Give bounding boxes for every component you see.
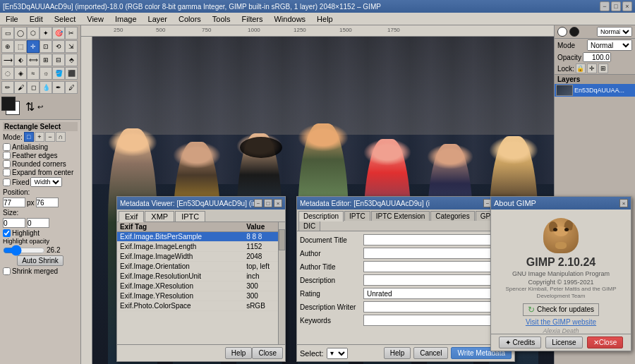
maximize-button[interactable]: □	[611, 1, 621, 11]
size-h-input[interactable]	[27, 218, 49, 228]
about-gimp-title-bar[interactable]: About GIMP ×	[491, 197, 631, 210]
shrink-merged-checkbox[interactable]	[3, 267, 11, 275]
swap-colors-icon[interactable]: ⇅	[25, 100, 35, 114]
menu-tools[interactable]: Tools	[210, 14, 234, 24]
lock-all-btn[interactable]: ⊞	[598, 63, 608, 73]
menu-image[interactable]: Image	[112, 14, 140, 24]
expand-center-checkbox[interactable]	[3, 169, 11, 176]
tool-align[interactable]: ⬚	[14, 40, 27, 53]
tool-blend[interactable]: ⬛	[65, 67, 78, 80]
menu-view[interactable]: View	[84, 14, 107, 24]
tool-heal[interactable]: ⊟	[52, 54, 65, 66]
table-row[interactable]: Exif.Image.ResolutionUnit inch	[117, 272, 285, 281]
tool-ink[interactable]: ✒	[52, 81, 65, 94]
editor-tab-categories[interactable]: Categories	[430, 211, 474, 221]
desc-writer-input[interactable]	[363, 301, 512, 313]
about-close-button[interactable]: ✕Close	[587, 336, 624, 348]
tool-move[interactable]: ✛	[27, 40, 40, 53]
mode-replace[interactable]: □	[24, 132, 34, 142]
tool-scale[interactable]: ⇲	[65, 40, 78, 53]
menu-file[interactable]: File	[3, 14, 21, 24]
editor-cancel-button[interactable]: Cancel	[413, 347, 448, 359]
credits-button[interactable]: ✦ Credits	[499, 336, 541, 348]
tool-sharpen[interactable]: ◈	[14, 67, 27, 80]
tool-shear[interactable]: ⟶	[1, 54, 14, 66]
tool-perspective[interactable]: ⬖	[14, 54, 27, 66]
highlight-checkbox[interactable]	[3, 229, 11, 237]
menu-windows[interactable]: Windows	[271, 14, 308, 24]
brush-preset-select[interactable]: Normal	[597, 27, 632, 37]
tool-crop[interactable]: ⊡	[40, 40, 52, 53]
tool-scissors[interactable]: ✂	[65, 27, 78, 40]
feather-edges-checkbox[interactable]	[3, 152, 11, 159]
doc-title-input[interactable]	[363, 234, 512, 245]
tool-my-paint[interactable]: 🖊	[65, 81, 78, 94]
tool-select-by-color[interactable]: 🎯	[52, 27, 65, 40]
table-row[interactable]: Exif.Image.ImageLength 1152	[117, 242, 285, 252]
tool-bucket[interactable]: 🪣	[52, 67, 65, 80]
tool-smudge[interactable]: ≈	[27, 67, 40, 80]
layer-item[interactable]: En53DqAUUAA...	[555, 84, 635, 97]
tool-clone[interactable]: ⊞	[40, 54, 52, 66]
lock-alpha-btn[interactable]: 🔒	[576, 63, 586, 73]
tool-fg-select[interactable]: ⊕	[1, 40, 14, 53]
antialiasing-checkbox[interactable]	[3, 143, 11, 151]
position-y-input[interactable]	[36, 198, 59, 207]
auto-shrink-button[interactable]: Auto Shrink	[17, 255, 64, 266]
fixed-select[interactable]: Width	[30, 177, 62, 187]
minimize-button[interactable]: −	[600, 1, 610, 11]
author-title-input[interactable]	[363, 261, 512, 272]
table-row[interactable]: Exif.Image.YResolution 300	[117, 291, 285, 301]
mode-subtract[interactable]: −	[45, 132, 55, 142]
tool-blur[interactable]: ◌	[1, 67, 14, 80]
metadata-close-button[interactable]: Close	[252, 347, 283, 359]
menu-help[interactable]: Help	[314, 14, 336, 24]
metadata-viewer-maximize[interactable]: □	[264, 199, 272, 207]
metadata-scrollbar-v[interactable]	[278, 222, 285, 344]
table-row[interactable]: Exif.Image.BitsPerSample 8 8 8	[117, 232, 285, 242]
license-button[interactable]: License	[545, 336, 582, 348]
table-row[interactable]: Exif.Photo.ColorSpace sRGB	[117, 301, 285, 311]
tool-airbrush[interactable]: 💧	[40, 81, 52, 94]
editor-tab-dic[interactable]: DIC	[298, 221, 320, 231]
fixed-checkbox[interactable]	[3, 178, 11, 186]
mode-select[interactable]: Normal	[587, 40, 632, 51]
metadata-tab-iptc[interactable]: IPTC	[175, 211, 205, 222]
tool-dodge[interactable]: ☼	[40, 67, 52, 80]
lock-pos-btn[interactable]: ✛	[587, 63, 597, 73]
select-dropdown[interactable]: ▾	[327, 348, 348, 359]
fg-color-swatch[interactable]	[1, 97, 16, 111]
menu-select[interactable]: Select	[52, 14, 79, 24]
tool-eraser[interactable]: ◻	[27, 81, 40, 94]
menu-layer[interactable]: Layer	[145, 14, 171, 24]
tool-fuzzy-select[interactable]: ✦	[40, 27, 52, 40]
table-row[interactable]: Exif.Image.Orientation top, left	[117, 262, 285, 272]
metadata-editor-title-bar[interactable]: Metadata Editor: [En53DqAUUAAcD9u] (i − …	[297, 197, 514, 210]
menu-colors[interactable]: Colors	[176, 14, 204, 24]
tool-rotate[interactable]: ⟲	[52, 40, 65, 53]
metadata-tab-xmp[interactable]: XMP	[145, 211, 174, 222]
mode-intersect[interactable]: ∩	[56, 132, 66, 142]
table-row[interactable]: Exif.Image.ImageWidth 2048	[117, 252, 285, 262]
about-gimp-close-btn[interactable]: ×	[619, 199, 628, 207]
close-button[interactable]: ×	[622, 1, 632, 11]
metadata-help-button[interactable]: Help	[225, 347, 253, 359]
mode-add[interactable]: +	[35, 132, 44, 142]
opacity-input[interactable]	[583, 52, 611, 62]
metadata-tab-exif[interactable]: Exif	[119, 211, 144, 222]
editor-tab-iptc-ext[interactable]: IPTC Extension	[371, 211, 430, 221]
tool-ellipse-select[interactable]: ◯	[14, 27, 27, 40]
position-x-input[interactable]	[3, 198, 25, 207]
visit-website-link[interactable]: Visit the GIMP website	[497, 318, 625, 326]
editor-tab-iptc[interactable]: IPTC	[344, 211, 370, 221]
table-row[interactable]: Exif.Image.XResolution 300	[117, 281, 285, 291]
highlight-opacity-slider[interactable]	[3, 247, 45, 254]
author-input[interactable]	[363, 248, 512, 259]
editor-help-button[interactable]: Help	[384, 347, 411, 359]
tool-free-select[interactable]: ⬡	[27, 27, 40, 40]
reset-colors-icon[interactable]: ↩	[37, 103, 43, 111]
rating-select[interactable]: Unrated 1 2 3 4 5	[363, 288, 512, 299]
menu-filters[interactable]: Filters	[239, 14, 266, 24]
tool-pencil[interactable]: ✏	[1, 81, 14, 94]
metadata-viewer-minimize[interactable]: −	[254, 199, 262, 207]
